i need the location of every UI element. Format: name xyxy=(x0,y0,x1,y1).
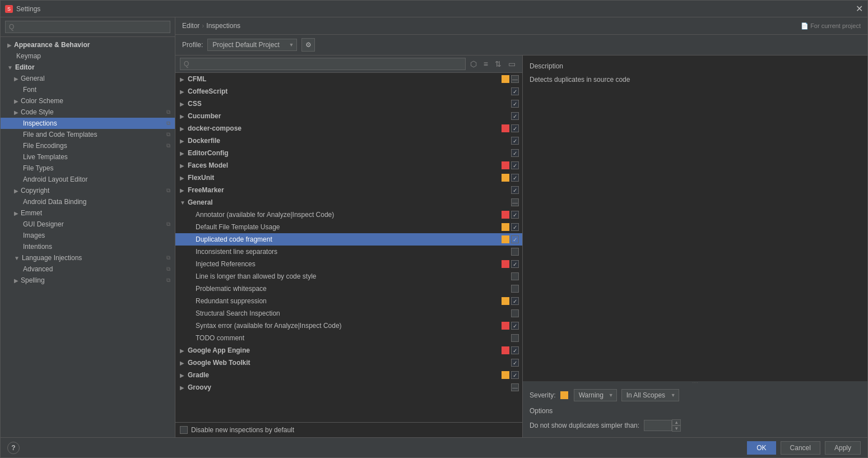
sidebar-item-language-injections[interactable]: ▼ Language Injections ⧉ xyxy=(1,252,175,263)
sidebar-search-input[interactable] xyxy=(5,21,170,33)
tree-item-syntax-error[interactable]: Syntax error (available for Analyze|Insp… xyxy=(175,320,522,332)
check-line-is-longer[interactable] xyxy=(511,272,519,280)
check-cucumber[interactable] xyxy=(511,112,519,120)
apply-button[interactable]: Apply xyxy=(825,441,861,455)
tree-item-general[interactable]: ▼ General xyxy=(175,196,522,209)
tree-item-dockerfile[interactable]: ▶ Dockerfile xyxy=(175,135,522,147)
check-css[interactable] xyxy=(511,100,519,108)
sidebar-item-label: Color Scheme xyxy=(21,97,170,105)
sidebar-item-font[interactable]: Font xyxy=(1,84,175,95)
sidebar-item-copyright[interactable]: ▶ Copyright ⧉ xyxy=(1,185,175,196)
sidebar-item-inspections[interactable]: Inspections ⧉ xyxy=(1,118,175,129)
sidebar-item-file-types[interactable]: File Types xyxy=(1,163,175,174)
tree-item-label: TODO comment xyxy=(196,334,502,342)
tree-item-docker-compose[interactable]: ▶ docker-compose xyxy=(175,122,522,135)
severity-select[interactable]: Warning xyxy=(574,389,617,401)
severity-color-todo-comment xyxy=(502,334,509,342)
tree-item-redundant-suppression[interactable]: Redundant suppression xyxy=(175,295,522,307)
sidebar-item-keymap[interactable]: Keymap xyxy=(1,50,175,62)
help-button[interactable]: ? xyxy=(7,442,20,454)
sidebar-item-file-encodings[interactable]: File Encodings ⧉ xyxy=(1,140,175,151)
check-dockerfile[interactable] xyxy=(511,137,519,145)
tree-item-google-web-toolkit[interactable]: ▶ Google Web Toolkit xyxy=(175,357,522,369)
tree-item-problematic-whitespace[interactable]: Problematic whitespace xyxy=(175,283,522,295)
check-google-web-toolkit[interactable] xyxy=(511,359,519,367)
check-duplicated-code[interactable] xyxy=(511,235,519,243)
check-problematic-whitespace[interactable] xyxy=(511,285,519,293)
check-docker-compose[interactable] xyxy=(511,124,519,132)
sidebar-item-live-templates[interactable]: Live Templates xyxy=(1,151,175,163)
check-freeMarker[interactable] xyxy=(511,186,519,194)
tree-item-cfml[interactable]: ▶ CFML xyxy=(175,73,522,85)
profile-select[interactable]: Project Default Project xyxy=(207,39,297,51)
disable-checkbox[interactable] xyxy=(180,426,188,434)
check-injected-references[interactable] xyxy=(511,260,519,268)
bottom-left: ? xyxy=(7,442,20,454)
check-cfml[interactable] xyxy=(511,75,519,83)
tree-item-coffeescript[interactable]: ▶ CoffeeScript xyxy=(175,85,522,98)
check-inconsistent-line[interactable] xyxy=(511,248,519,256)
sidebar-item-android-layout-editor[interactable]: Android Layout Editor xyxy=(1,174,175,185)
close-button[interactable]: ✕ xyxy=(856,3,863,14)
check-gradle[interactable] xyxy=(511,371,519,379)
cancel-button[interactable]: Cancel xyxy=(781,441,820,455)
check-groovy[interactable] xyxy=(511,383,519,391)
tree-item-structural-search[interactable]: Structural Search Inspection xyxy=(175,307,522,320)
copy-icon: ⧉ xyxy=(166,109,170,115)
tree-item-annotator[interactable]: Annotator (available for Analyze|Inspect… xyxy=(175,209,522,221)
sidebar-item-code-style[interactable]: ▶ Code Style ⧉ xyxy=(1,107,175,118)
spinner-up-button[interactable]: ▲ xyxy=(672,419,681,425)
sidebar-item-color-scheme[interactable]: ▶ Color Scheme xyxy=(1,95,175,107)
tree-item-default-file-template[interactable]: Default File Template Usage xyxy=(175,221,522,233)
tree-item-label: Groovy xyxy=(188,383,502,391)
check-coffeescript[interactable] xyxy=(511,87,519,95)
sidebar-item-images[interactable]: Images xyxy=(1,230,175,241)
tree-item-css[interactable]: ▶ CSS xyxy=(175,98,522,110)
tree-item-injected-references[interactable]: Injected References xyxy=(175,258,522,270)
tree-item-gradle[interactable]: ▶ Gradle xyxy=(175,369,522,381)
inspections-search-input[interactable] xyxy=(180,58,466,70)
sidebar-item-general[interactable]: ▶ General xyxy=(1,73,175,84)
check-structural-search[interactable] xyxy=(511,309,519,317)
check-faces-model[interactable] xyxy=(511,161,519,169)
tree-item-inconsistent-line[interactable]: Inconsistent line separators xyxy=(175,246,522,258)
tree-item-groovy[interactable]: ▶ Groovy xyxy=(175,381,522,394)
spinner-input[interactable]: 30 xyxy=(644,420,672,431)
severity-color-dockerfile xyxy=(502,137,509,145)
sidebar-item-file-code-templates[interactable]: File and Code Templates ⧉ xyxy=(1,129,175,140)
ok-button[interactable]: OK xyxy=(747,441,776,455)
check-syntax-error[interactable] xyxy=(511,322,519,330)
tree-item-flexunit[interactable]: ▶ FlexUnit xyxy=(175,172,522,184)
tree-item-faces-model[interactable]: ▶ Faces Model xyxy=(175,159,522,172)
sidebar-item-emmet[interactable]: ▶ Emmet xyxy=(1,207,175,219)
check-redundant-suppression[interactable] xyxy=(511,297,519,305)
gear-button[interactable]: ⚙ xyxy=(301,38,315,52)
sidebar-item-gui-designer[interactable]: GUI Designer ⧉ xyxy=(1,219,175,230)
tree-item-editorconfig[interactable]: ▶ EditorConfig xyxy=(175,147,522,159)
minimize-button[interactable]: ▭ xyxy=(506,58,518,70)
check-editorconfig[interactable] xyxy=(511,149,519,157)
sidebar-item-intentions[interactable]: Intentions xyxy=(1,241,175,252)
tree-item-todo-comment[interactable]: TODO comment xyxy=(175,332,522,344)
tree-item-google-app-engine[interactable]: ▶ Google App Engine xyxy=(175,344,522,357)
check-todo-comment[interactable] xyxy=(511,334,519,342)
sidebar-item-appearance[interactable]: ▶ Appearance & Behavior xyxy=(1,39,175,50)
tree-item-freeMarker[interactable]: ▶ FreeMarker xyxy=(175,184,522,196)
check-google-app-engine[interactable] xyxy=(511,346,519,354)
collapse-button[interactable]: ⇅ xyxy=(493,58,504,70)
sidebar-item-spelling[interactable]: ▶ Spelling ⧉ xyxy=(1,275,175,286)
sidebar-item-android-data-binding[interactable]: Android Data Binding xyxy=(1,196,175,207)
tree-item-line-is-longer[interactable]: Line is longer than allowed by code styl… xyxy=(175,270,522,283)
expand-button[interactable]: ≡ xyxy=(481,58,490,70)
spinner-down-button[interactable]: ▼ xyxy=(672,425,681,432)
sidebar-item-advanced[interactable]: Advanced ⧉ xyxy=(1,263,175,275)
scope-select[interactable]: In All Scopes xyxy=(621,389,679,401)
filter-button[interactable]: ⬡ xyxy=(468,58,479,70)
tree-item-cucumber[interactable]: ▶ Cucumber xyxy=(175,110,522,122)
sidebar-item-editor[interactable]: ▼ Editor xyxy=(1,62,175,73)
tree-item-duplicated-code[interactable]: Duplicated code fragment xyxy=(175,233,522,246)
check-flexunit[interactable] xyxy=(511,174,519,182)
check-general[interactable] xyxy=(511,198,519,206)
check-default-file-template[interactable] xyxy=(511,223,519,231)
check-annotator[interactable] xyxy=(511,211,519,219)
